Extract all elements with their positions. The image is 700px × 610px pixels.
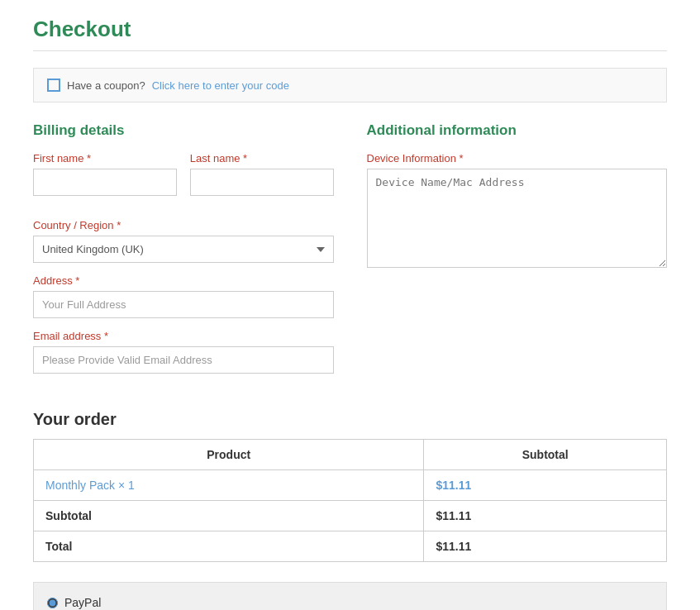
email-label: Email address * [33, 330, 334, 342]
first-name-group: First name * [33, 152, 177, 196]
subtotal-label-cell: Subtotal [34, 501, 424, 531]
address-group: Address * [33, 274, 334, 318]
total-value-cell: $11.11 [424, 531, 667, 562]
product-name: Monthly Pack [45, 479, 115, 492]
billing-section: Billing details First name * Last name *… [33, 122, 334, 385]
paypal-option: PayPal [47, 596, 653, 609]
product-price-cell: $11.11 [424, 470, 667, 501]
col-product: Product [34, 440, 424, 470]
coupon-bar: Have a coupon? Click here to enter your … [33, 68, 667, 102]
last-name-input[interactable] [190, 169, 334, 196]
additional-title: Additional information [367, 122, 668, 139]
address-input[interactable] [33, 291, 334, 318]
additional-section: Additional information Device Informatio… [367, 122, 668, 385]
last-name-label: Last name * [190, 152, 334, 164]
device-group: Device Information * [367, 152, 668, 268]
first-name-label: First name * [33, 152, 177, 164]
subtotal-value-cell: $11.11 [424, 501, 667, 531]
paypal-radio[interactable] [47, 598, 58, 608]
name-row: First name * Last name * [33, 152, 334, 207]
col-subtotal: Subtotal [424, 440, 667, 470]
product-qty: × 1 [118, 479, 135, 492]
coupon-link[interactable]: Click here to enter your code [152, 79, 289, 92]
email-input[interactable] [33, 346, 334, 374]
paypal-label[interactable]: PayPal [64, 596, 101, 609]
main-columns: Billing details First name * Last name *… [33, 122, 667, 385]
billing-title: Billing details [33, 122, 334, 139]
payment-section: PayPal Invoice Payment (In Email) VISA, … [33, 582, 667, 610]
total-row: Total $11.11 [34, 531, 667, 562]
device-label: Device Information * [367, 152, 668, 164]
country-group: Country / Region * United Kingdom (UK) [33, 219, 334, 263]
your-order-section: Your order Product Subtotal Monthly Pack… [33, 410, 667, 562]
device-textarea[interactable] [367, 169, 668, 268]
subtotal-row: Subtotal $11.11 [34, 501, 667, 531]
order-table-header-row: Product Subtotal [34, 440, 667, 470]
coupon-icon [47, 79, 60, 92]
address-label: Address * [33, 274, 334, 287]
title-divider [33, 50, 667, 51]
country-select[interactable]: United Kingdom (UK) [33, 236, 334, 263]
total-label-cell: Total [34, 531, 424, 562]
your-order-title: Your order [33, 410, 667, 429]
first-name-input[interactable] [33, 169, 177, 196]
country-label: Country / Region * [33, 219, 334, 231]
last-name-group: Last name * [190, 152, 334, 196]
email-group: Email address * [33, 330, 334, 374]
product-name-cell: Monthly Pack × 1 [34, 470, 424, 501]
page-title: Checkout [33, 17, 667, 42]
coupon-text: Have a coupon? [67, 79, 145, 92]
order-table: Product Subtotal Monthly Pack × 1 $11.11… [33, 439, 667, 562]
order-product-row: Monthly Pack × 1 $11.11 [34, 470, 667, 501]
